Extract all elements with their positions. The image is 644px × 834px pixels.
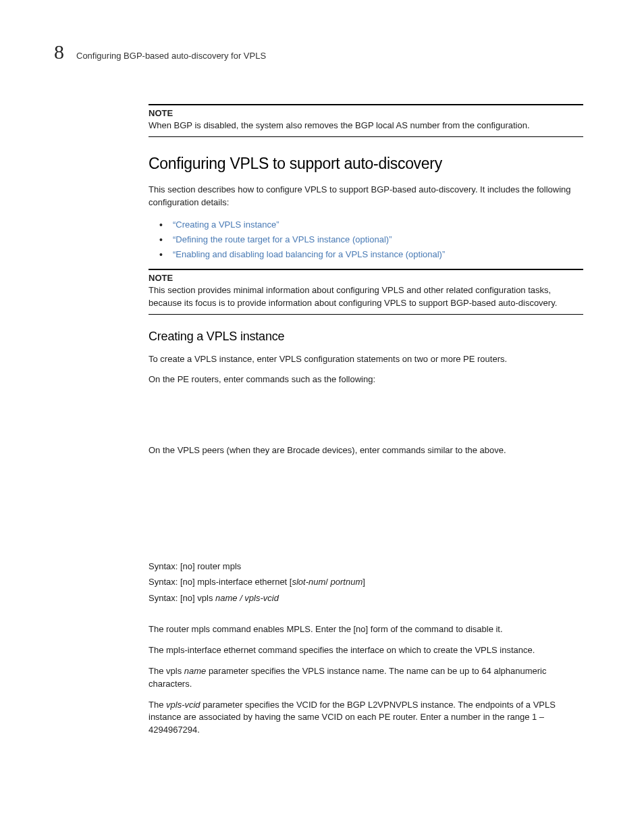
note-block-1: NOTE When BGP is disabled, the system al… xyxy=(149,104,583,137)
syntax-text: [no] router mpls xyxy=(178,561,241,571)
inline-param: vpls-vcid xyxy=(166,700,200,710)
list-item: “Creating a VPLS instance” xyxy=(159,217,583,232)
code-placeholder xyxy=(149,394,583,444)
syntax-line: Syntax: [no] router mpls xyxy=(149,558,583,574)
body-paragraph: On the PE routers, enter commands such a… xyxy=(149,373,583,386)
syntax-text: [no] vpls xyxy=(178,593,215,603)
subsection-heading: Creating a VPLS instance xyxy=(149,330,583,344)
text-run: parameter specifies the VCID for the BGP… xyxy=(149,700,556,735)
page-header: 8 Configuring BGP-based auto-discovery f… xyxy=(54,41,590,63)
section-heading: Configuring VPLS to support auto-discove… xyxy=(149,155,583,173)
syntax-prefix: Syntax: xyxy=(149,558,178,574)
syntax-param: name / vpls-vcid xyxy=(215,593,279,603)
syntax-prefix: Syntax: xyxy=(149,574,178,590)
body-paragraph: The router mpls command enables MPLS. En… xyxy=(149,623,583,636)
syntax-line: Syntax: [no] mpls-interface ethernet [sl… xyxy=(149,574,583,590)
syntax-block: Syntax: [no] router mpls Syntax: [no] mp… xyxy=(149,558,583,606)
xref-link[interactable]: “Enabling and disabling load balancing f… xyxy=(173,249,445,259)
list-item: “Defining the route target for a VPLS in… xyxy=(159,232,583,247)
text-run: The vpls xyxy=(149,666,184,676)
body-paragraph: On the VPLS peers (when they are Brocade… xyxy=(149,444,583,457)
note-label: NOTE xyxy=(149,108,583,118)
syntax-text: ] xyxy=(363,577,365,587)
xref-link[interactable]: “Defining the route target for a VPLS in… xyxy=(173,234,392,244)
body-paragraph: To create a VPLS instance, enter VPLS co… xyxy=(149,353,583,366)
list-item: “Enabling and disabling load balancing f… xyxy=(159,247,583,262)
code-placeholder xyxy=(149,465,583,546)
syntax-param: portnum xyxy=(331,577,363,587)
page-container: 8 Configuring BGP-based auto-discovery f… xyxy=(0,0,644,772)
chapter-number: 8 xyxy=(54,41,64,63)
syntax-param: slot-num xyxy=(292,577,325,587)
note-block-2: NOTE This section provides minimal infor… xyxy=(149,269,583,315)
body-paragraph: The vpls name parameter specifies the VP… xyxy=(149,665,583,691)
syntax-prefix: Syntax: xyxy=(149,590,178,606)
note-label: NOTE xyxy=(149,273,583,283)
syntax-line: Syntax: [no] vpls name / vpls-vcid xyxy=(149,590,583,606)
note-text: This section provides minimal informatio… xyxy=(149,284,583,310)
bullet-list: “Creating a VPLS instance” “Defining the… xyxy=(159,217,583,262)
main-content: NOTE When BGP is disabled, the system al… xyxy=(149,104,583,737)
body-paragraph: The mpls-interface ethernet command spec… xyxy=(149,644,583,657)
text-run: parameter specifies the VPLS instance na… xyxy=(149,666,546,689)
syntax-text: / xyxy=(325,577,330,587)
section-intro: This section describes how to configure … xyxy=(149,184,583,209)
note-text: When BGP is disabled, the system also re… xyxy=(149,120,583,132)
xref-link[interactable]: “Creating a VPLS instance” xyxy=(173,219,279,230)
body-paragraph: The vpls-vcid parameter specifies the VC… xyxy=(149,699,583,737)
running-title: Configuring BGP-based auto-discovery for… xyxy=(76,51,266,61)
text-run: The xyxy=(149,700,166,710)
inline-param: name xyxy=(184,666,207,676)
syntax-text: [no] mpls-interface ethernet [ xyxy=(178,577,292,587)
